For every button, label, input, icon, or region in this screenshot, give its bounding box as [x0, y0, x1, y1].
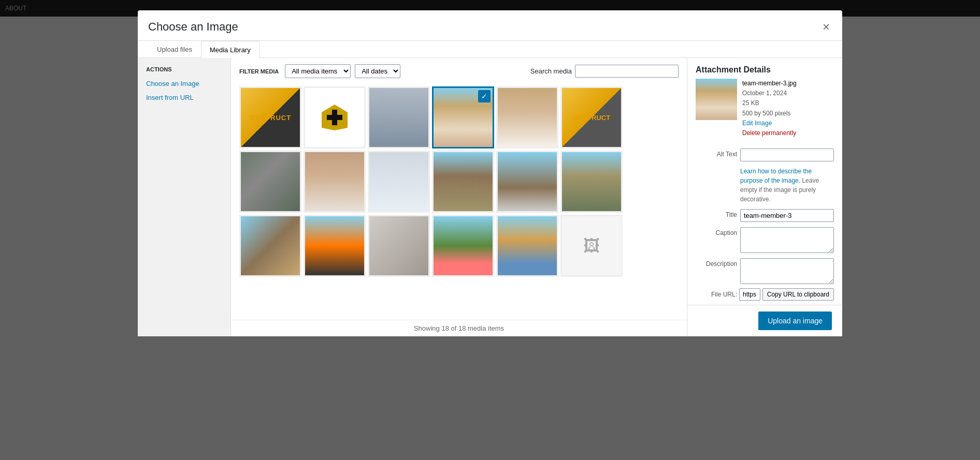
modal-header: Choose an Image ×: [138, 10, 842, 17]
modal: Choose an Image × Upload files Media Lib…: [138, 10, 842, 17]
modal-overlay: Choose an Image × Upload files Media Lib…: [0, 0, 980, 17]
